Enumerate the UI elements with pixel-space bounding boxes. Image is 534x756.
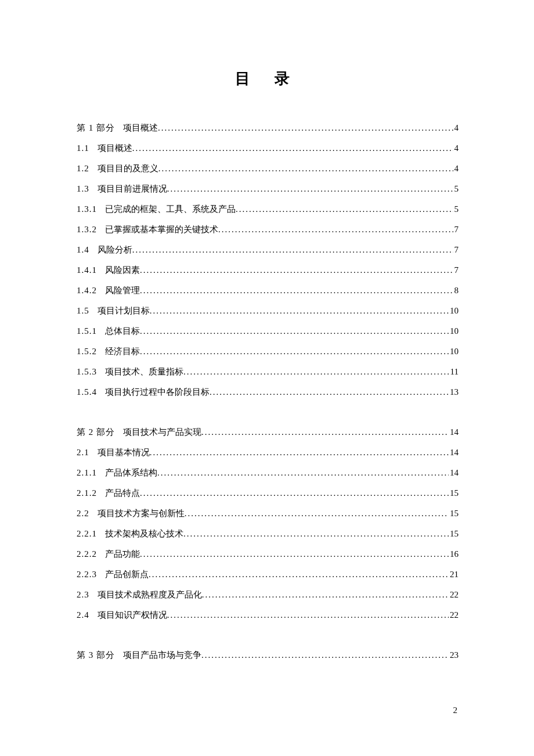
toc-entry-number: 2.3 [77,591,89,599]
toc-entry: 1.3.1已完成的框架、工具、系统及产品5 [77,205,459,214]
toc-entry: 2.3项目技术成熟程度及产品化22 [77,591,459,599]
toc-entry-number: 1.5.2 [77,347,97,356]
toc-entry: 2.2.2产品功能16 [77,550,459,559]
toc-entry-page: 14 [449,428,459,437]
toc-leader-dots [201,428,449,437]
toc-entry-number: 第 3 部分 [77,651,115,660]
toc-entry: 1.4风险分析7 [77,246,459,254]
toc-entry-page: 22 [449,611,459,620]
toc-leader-dots [132,246,453,254]
toc-entry-label: 产品特点 [105,489,140,498]
toc-entry: 2.2.1技术架构及核心技术15 [77,530,459,538]
toc-entry-label: 项目技术成熟程度及产品化 [98,591,202,599]
toc-entry-label: 项目基本情况 [98,448,150,457]
toc-entry-label: 产品功能 [105,550,140,559]
toc-entry-number: 第 2 部分 [77,428,115,437]
toc-leader-dots [218,225,453,234]
toc-entry-page: 7 [453,266,459,275]
toc-leader-dots [150,307,449,315]
toc-entry-label: 已掌握或基本掌握的关键技术 [105,225,218,234]
toc-leader-dots [140,489,449,498]
toc-entry-page: 5 [453,205,459,214]
toc-leader-dots [236,205,453,214]
toc-entry: 1.3项目目前进展情况5 [77,185,459,193]
toc-entry-number: 1.2 [77,164,89,173]
toc-entry-label: 项目技术方案与创新性 [98,509,185,518]
toc-entry-number: 1.5 [77,307,89,315]
toc-entry-page: 4 [453,164,459,173]
toc-entry-label: 项目执行过程中各阶段目标 [105,388,210,397]
toc-entry-number: 1.5.4 [77,388,97,397]
toc-entry-label: 风险管理 [105,286,140,295]
toc-entry-page: 14 [449,469,459,477]
toc-entry-page: 14 [449,448,459,457]
toc-entry-page: 15 [449,489,459,498]
toc-entry-number: 第 1 部分 [77,124,115,132]
toc-entry-label: 项目技术与产品实现 [123,428,201,437]
toc-entry-number: 1.4 [77,246,89,254]
toc-entry-label: 项目知识产权情况 [98,611,167,620]
toc-entry-page: 15 [449,509,459,518]
toc-entry-number: 2.1 [77,448,89,457]
toc-entry-label: 产品创新点 [105,570,149,579]
toc-entry-number: 2.2 [77,509,89,518]
toc-entry-page: 10 [449,347,459,356]
toc-entry: 1.3.2已掌握或基本掌握的关键技术7 [77,225,459,234]
toc-leader-dots [202,591,449,599]
toc-leader-dots [158,124,453,132]
toc-entry: 1.4.2风险管理8 [77,286,459,295]
toc-entry-page: 21 [449,570,459,579]
toc-leader-dots [157,469,449,477]
toc-entry-label: 经济目标 [105,347,140,356]
toc-entry-label: 产品体系结构 [105,469,157,477]
toc-entry-page: 7 [453,246,459,254]
toc-entry: 2.1.1产品体系结构14 [77,469,459,477]
toc-entry: 第 2 部分项目技术与产品实现14 [77,428,459,437]
toc-leader-dots [185,509,449,518]
toc-entry-label: 总体目标 [105,327,140,336]
toc-entry-number: 1.5.1 [77,327,97,336]
toc-entry-page: 4 [453,124,459,132]
toc-entry-label: 项目产品市场与竞争 [123,651,201,660]
toc-leader-dots [140,347,449,356]
toc-entry-page: 7 [453,225,459,234]
toc-entry-page: 10 [449,307,459,315]
toc-title: 目 录 [77,69,459,89]
toc-section-gap [77,408,459,428]
toc-entry-label: 风险分析 [98,246,132,254]
toc-entry: 1.2项目目的及意义4 [77,164,459,173]
toc-entry-label: 项目概述 [98,144,132,153]
toc-entry-page: 16 [449,550,459,559]
toc-entry-page: 10 [449,327,459,336]
toc-entry-number: 2.2.3 [77,570,97,579]
toc-leader-dots [149,570,449,579]
toc-entry-number: 1.3 [77,185,89,193]
toc-entry-label: 项目计划目标 [98,307,150,315]
toc-entry: 第 3 部分项目产品市场与竞争23 [77,651,459,660]
toc-entry: 1.5.2经济目标10 [77,347,459,356]
toc-entry-page: 22 [449,591,459,599]
toc-leader-dots [150,448,449,457]
toc-entry-label: 项目概述 [123,124,158,132]
toc-entry-page: 4 [453,144,459,153]
toc-entry-number: 1.3.2 [77,225,97,234]
toc-entry-page: 15 [449,530,459,538]
toc-entry-page: 8 [453,286,459,295]
toc-entry-number: 2.2.1 [77,530,97,538]
toc-entry-label: 已完成的框架、工具、系统及产品 [105,205,236,214]
page-number: 2 [453,705,458,715]
toc-leader-dots [167,611,449,620]
toc-entry-number: 1.4.1 [77,266,97,275]
toc-entry: 1.5.1总体目标10 [77,327,459,336]
toc-entry: 2.4项目知识产权情况22 [77,611,459,620]
table-of-contents: 第 1 部分项目概述41.1项目概述41.2项目目的及意义41.3项目目前进展情… [77,124,459,660]
toc-entry-number: 1.4.2 [77,286,97,295]
toc-leader-dots [201,651,449,660]
toc-entry-number: 2.1.2 [77,489,97,498]
toc-entry: 2.2项目技术方案与创新性15 [77,509,459,518]
toc-entry-number: 2.2.2 [77,550,97,559]
toc-section-gap [77,631,459,651]
toc-entry-label: 风险因素 [105,266,140,275]
toc-entry-number: 1.1 [77,144,89,153]
toc-entry-page: 11 [449,368,459,376]
